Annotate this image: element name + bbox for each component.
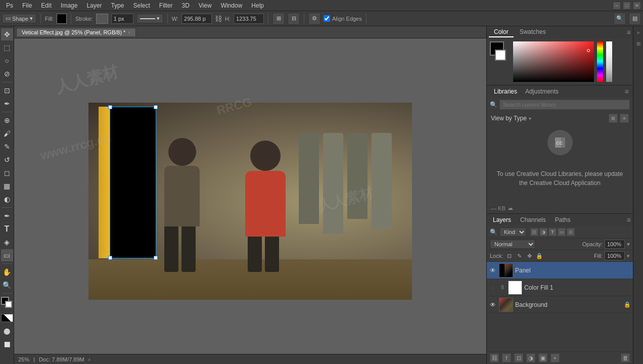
- screen-mode[interactable]: ⬜: [1, 338, 13, 350]
- filter-shape-icon[interactable]: ▭: [558, 228, 566, 236]
- active-tab[interactable]: Vetical Effect.jpg @ 25% (Panel, RGB/8) …: [16, 28, 136, 36]
- filter-pixel-icon[interactable]: ⊡: [530, 228, 538, 236]
- menu-filter[interactable]: Filter: [155, 1, 177, 10]
- filter-type-icon[interactable]: T: [548, 228, 557, 236]
- menu-layer[interactable]: Layer: [82, 1, 106, 10]
- color-panel-menu-icon[interactable]: ≡: [627, 28, 631, 36]
- minimize-button[interactable]: ─: [613, 2, 621, 10]
- libraries-menu-icon[interactable]: ≡: [625, 87, 629, 96]
- saturation-strip[interactable]: [606, 41, 612, 82]
- menu-help[interactable]: Help: [247, 1, 268, 10]
- channels-tab[interactable]: Channels: [516, 215, 550, 224]
- background-color[interactable]: [5, 301, 12, 308]
- canvas-content[interactable]: 人人素材 RRCG www.rrcg.cn 人人素材: [14, 38, 486, 364]
- swatches-tab[interactable]: Swatches: [515, 27, 551, 37]
- crop-tool[interactable]: ⊡: [1, 84, 13, 97]
- close-button[interactable]: ✕: [633, 2, 641, 10]
- layers-menu-icon[interactable]: ≡: [627, 216, 631, 224]
- menu-file[interactable]: File: [18, 1, 36, 10]
- lock-position-button[interactable]: ✥: [525, 252, 533, 260]
- eyedropper-tool[interactable]: ✒: [1, 98, 13, 110]
- clone-tool[interactable]: ✎: [1, 141, 13, 153]
- zoom-tool[interactable]: 🔍: [1, 279, 13, 291]
- heal-tool[interactable]: ⊕: [1, 114, 13, 126]
- arrow-right-icon[interactable]: ›: [88, 356, 90, 362]
- grid-view-button[interactable]: ⊞: [609, 114, 618, 123]
- path-select-tool[interactable]: ◈: [1, 236, 13, 248]
- move-tool[interactable]: ✥: [1, 28, 13, 40]
- blend-mode-select[interactable]: Normal: [490, 240, 535, 249]
- menu-edit[interactable]: Edit: [37, 1, 56, 10]
- extra-button[interactable]: ▤: [629, 13, 641, 25]
- lock-image-button[interactable]: ✎: [515, 252, 523, 260]
- stroke-size-input[interactable]: [111, 14, 133, 24]
- delete-layer-button[interactable]: 🗑: [621, 353, 630, 362]
- pen-tool[interactable]: ✒: [1, 210, 13, 222]
- maximize-button[interactable]: □: [623, 2, 631, 10]
- stroke-color-swatch[interactable]: [96, 14, 108, 24]
- menu-select[interactable]: Select: [129, 1, 154, 10]
- filter-adjust-icon[interactable]: ◑: [539, 228, 547, 236]
- new-fill-layer-button[interactable]: ◑: [526, 353, 535, 362]
- new-group-button[interactable]: ▣: [538, 353, 547, 362]
- layer-mask-button[interactable]: ⊡: [514, 353, 523, 362]
- fill-input[interactable]: [605, 251, 625, 260]
- lock-transparency-button[interactable]: ⊡: [505, 252, 513, 260]
- hue-strip[interactable]: [597, 41, 603, 82]
- color-gradient[interactable]: [513, 41, 594, 82]
- quick-select-tool[interactable]: ⊘: [1, 68, 13, 80]
- eraser-tool[interactable]: ◻: [1, 167, 13, 179]
- list-view-button[interactable]: ≡: [620, 114, 629, 123]
- height-input[interactable]: [234, 14, 264, 24]
- layer-effects-button[interactable]: f: [502, 353, 511, 362]
- color-tab[interactable]: Color: [489, 27, 514, 37]
- stroke-style-button[interactable]: ▾: [136, 14, 163, 23]
- search-button[interactable]: 🔍: [614, 13, 626, 25]
- shape-mode-button[interactable]: ▭ Shape ▾: [2, 14, 36, 23]
- lock-all-button[interactable]: 🔒: [535, 252, 543, 260]
- layer-vis-background[interactable]: 👁: [489, 301, 497, 309]
- menu-image[interactable]: Image: [57, 1, 81, 10]
- layer-vis-panel[interactable]: 👁: [489, 266, 497, 275]
- align-edges-checkbox[interactable]: [324, 15, 330, 22]
- layers-tab[interactable]: Layers: [489, 215, 515, 224]
- lib-search-input[interactable]: [499, 100, 630, 110]
- expand-panels-button[interactable]: ⊞: [634, 39, 642, 48]
- ps-logo[interactable]: Ps: [2, 1, 17, 10]
- fill-color-swatch[interactable]: [57, 14, 67, 24]
- menu-3d[interactable]: 3D: [177, 1, 193, 10]
- shape-tool[interactable]: ▭: [1, 249, 13, 261]
- background-swatch[interactable]: [495, 50, 506, 61]
- marquee-tool[interactable]: ⬚: [1, 41, 13, 54]
- gradient-tool[interactable]: ▦: [1, 180, 13, 192]
- settings-button[interactable]: ⚙: [308, 13, 320, 25]
- opacity-arrow[interactable]: ▾: [627, 241, 630, 248]
- new-layer-button[interactable]: +: [550, 353, 560, 362]
- path-align-button[interactable]: ⊟: [288, 13, 300, 25]
- burn-tool[interactable]: ◐: [1, 193, 13, 205]
- menu-type[interactable]: Type: [107, 1, 128, 10]
- menu-window[interactable]: Window: [217, 1, 247, 10]
- filter-kind-select[interactable]: Kind: [499, 228, 526, 237]
- view-by-type-arrow[interactable]: ▾: [529, 116, 531, 121]
- history-brush-tool[interactable]: ↺: [1, 154, 13, 166]
- libraries-tab[interactable]: Libraries: [491, 87, 520, 96]
- path-ops-button[interactable]: ⊞: [272, 13, 285, 25]
- tab-close-icon[interactable]: ×: [127, 30, 130, 35]
- opacity-input[interactable]: [605, 240, 625, 249]
- hand-tool[interactable]: ✋: [1, 266, 13, 278]
- filter-smart-icon[interactable]: ⊙: [567, 228, 575, 236]
- layer-background[interactable]: 👁 Background 🔒: [487, 296, 633, 313]
- fill-arrow[interactable]: ▾: [627, 253, 630, 259]
- swap-colors[interactable]: [1, 314, 13, 322]
- collapse-right-button[interactable]: »: [634, 28, 642, 36]
- text-tool[interactable]: T: [1, 223, 13, 235]
- lasso-tool[interactable]: ○: [1, 55, 13, 67]
- layer-panel[interactable]: 👁 Panel: [487, 262, 633, 279]
- brush-tool[interactable]: 🖌: [1, 127, 13, 140]
- width-input[interactable]: [181, 14, 212, 24]
- quick-mask[interactable]: ⬤: [1, 325, 13, 337]
- layer-vis-colorfill[interactable]: ○: [489, 284, 497, 292]
- link-layers-button[interactable]: ⛓: [490, 353, 499, 362]
- paths-tab[interactable]: Paths: [551, 215, 575, 224]
